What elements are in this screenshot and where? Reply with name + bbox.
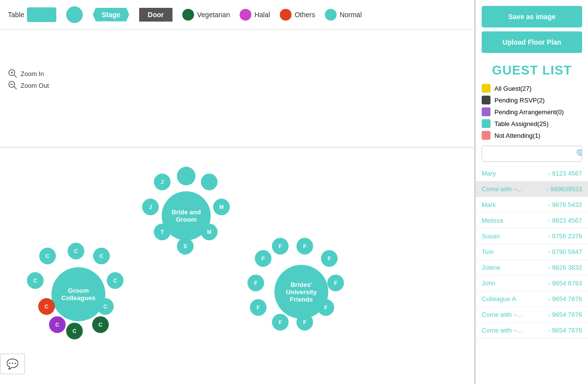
legend-normal: Normal [325,9,362,21]
filter-dot-1 [482,96,490,104]
seat-dot-br: M [201,224,218,240]
zoom-out-button[interactable]: Zoom Out [8,80,49,90]
filter-label-3: Table Assigned(25) [494,120,549,128]
guest-name: Jolene [482,264,500,271]
guest-phone: - 9823 4567 [548,217,582,224]
legend-stage: Stage [93,8,129,22]
seat-dot-tl: J [154,174,171,190]
legend-vegetarian: Vegetarian [182,9,230,21]
guest-name: Come with –... [482,185,522,193]
right-panel: Save as image Upload Floor Plan GUEST LI… [475,0,588,384]
guest-row[interactable]: Colleague A- 9654 7876 [476,291,588,307]
guest-row[interactable]: Melissa- 9823 4567 [476,213,588,229]
filter-dot-0 [482,84,490,93]
guest-row[interactable]: John- 9654 8793 [476,276,588,291]
guest-phone: - 9756 2376 [548,232,582,240]
door-label: Door [139,8,173,22]
guest-row[interactable]: Come with –...- 989839533 [476,181,588,197]
guest-phone: - 9123 4567 [548,170,582,177]
seat-dot-bot: S [177,238,194,255]
gc-seat-bl-purple: C [49,316,66,333]
filter-item-2[interactable]: Pending Arrangement(0) [482,107,582,116]
guest-phone: - 8790 5847 [548,248,582,256]
buf-seat-r: F [327,275,344,291]
buf-seat-l-top: F [255,250,271,267]
guest-name: Melissa [482,217,503,224]
guest-row[interactable]: Jolene- 9826 3832 [476,260,588,276]
filter-label-2: Pending Arrangement(0) [494,108,564,116]
guest-row[interactable]: Come with –...- 9654 7876 [476,307,588,323]
guest-filters: All Guest(27)Pending RSVP(2)Pending Arra… [476,82,588,142]
search-button[interactable]: 🔍 [572,146,582,161]
seat-dot-bl: T [154,224,171,240]
normal-label: Normal [340,11,362,19]
guest-name: Mary [482,170,496,177]
filter-item-1[interactable]: Pending RSVP(2) [482,96,582,104]
gc-seat-bot-dark: C [66,323,83,339]
chat-area: 💬 [0,354,25,374]
zoom-in-button[interactable]: Zoom In [8,69,49,78]
seat-dot-tr [201,174,218,190]
action-buttons-container: Save as image Upload Floor Plan [476,0,588,59]
search-bar: 🔍 [482,146,582,162]
filter-item-3[interactable]: Table Assigned(25) [482,119,582,128]
table-icon [27,7,56,22]
vegetarian-label: Vegetarian [197,11,230,19]
filter-label-0: All Guest(27) [494,85,532,92]
normal-dot-icon [325,9,337,21]
guest-name: Come with –... [482,311,522,318]
save-image-button[interactable]: Save as image [482,6,582,27]
filter-item-4[interactable]: Not Attending(1) [482,131,582,140]
gc-seat-br-dark: C [92,316,109,333]
divider-line [0,147,474,148]
buf-seat-l-bot: F [250,299,267,316]
guest-list: Mary- 9123 4567Come with –...- 989839533… [476,166,588,384]
others-label: Others [294,11,315,19]
guest-row[interactable]: Come with –...- 9654 7876 [476,323,588,338]
filter-dot-2 [482,107,490,116]
circle-icon [66,6,83,23]
buf-seat-bot-r: F [296,314,313,331]
halal-label: Halal [254,11,270,19]
buf-seat-tr: F [296,238,313,255]
svg-line-6 [14,87,17,89]
search-input[interactable] [482,147,572,160]
gc-seat-tl: C [39,248,56,264]
guest-phone: - 9826 3832 [548,264,582,271]
stage-label: Stage [93,8,129,22]
guest-row[interactable]: Susan- 9756 2376 [476,229,588,244]
guest-name: Susan [482,232,500,240]
zoom-in-icon [8,69,18,78]
guest-phone: - 9876 5432 [548,201,582,208]
guest-phone: - 9654 7876 [548,311,582,318]
groom-colleagues-table[interactable]: GroomColleagues [51,267,105,321]
zoom-out-label: Zoom Out [21,82,49,89]
filter-item-0[interactable]: All Guest(27) [482,84,582,93]
guest-name: Mark [482,201,496,208]
table-label: Table [8,11,24,19]
legend-halal: Halal [240,9,270,21]
upload-floor-plan-button[interactable]: Upload Floor Plan [482,31,582,53]
gc-seat-r: C [107,272,123,289]
guest-phone: - 9654 8793 [548,280,582,287]
seat-dot-r: M [213,199,230,215]
zoom-in-label: Zoom In [21,70,44,77]
svg-line-3 [14,75,17,77]
buf-seat-r-top: F [321,250,338,267]
filter-dot-3 [482,119,490,128]
guest-row[interactable]: Mary- 9123 4567 [476,166,588,181]
gc-seat-br: C [97,298,114,315]
buf-seat-tl: F [272,238,289,255]
filter-label-4: Not Attending(1) [494,132,540,139]
buf-seat-l: F [247,275,264,291]
legend-circle [66,6,83,23]
filter-label-1: Pending RSVP(2) [494,97,545,104]
halal-dot-icon [240,9,251,21]
legend-table: Table [8,7,56,22]
guest-row[interactable]: Tom- 8790 5847 [476,244,588,260]
legend-door: Door [139,8,173,22]
guest-phone: - 9654 7876 [548,327,582,334]
legend-others: Others [280,9,315,21]
chat-icon[interactable]: 💬 [6,358,19,370]
guest-row[interactable]: Mark- 9876 5432 [476,197,588,213]
